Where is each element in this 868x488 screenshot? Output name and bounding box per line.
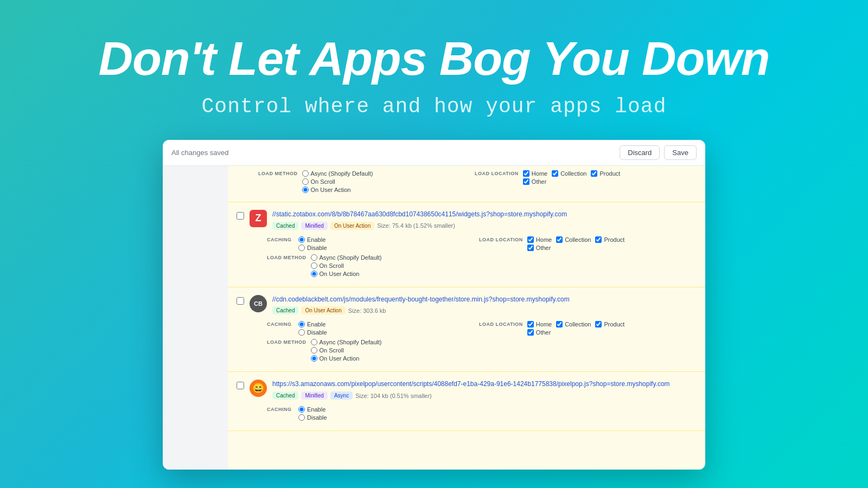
cbl-load-method: LOAD METHOD Async (Shopify Default) On S… xyxy=(267,339,476,362)
pixel-enable[interactable]: Enable xyxy=(298,406,327,413)
cbl-info: //cdn.codeblackbelt.com/js/modules/frequ… xyxy=(272,295,697,315)
cbl-size: Size: 303.6 kb xyxy=(348,307,386,314)
cbl-select-checkbox[interactable] xyxy=(237,297,244,305)
collection-checkbox[interactable]: Collection xyxy=(552,170,586,177)
zota-icon: Z xyxy=(250,210,267,227)
zota-collection[interactable]: Collection xyxy=(556,236,591,243)
cbl-load-location-label: LOAD LOCATION xyxy=(479,321,523,328)
cbl-enable[interactable]: Enable xyxy=(298,321,327,328)
pixel-select-checkbox[interactable] xyxy=(237,382,244,389)
cbl-lm-options: Async (Shopify Default) On Scroll On Use… xyxy=(311,339,382,362)
other-checkbox[interactable]: Other xyxy=(523,178,621,185)
script-top-cbl: CB //cdn.codeblackbelt.com/js/modules/fr… xyxy=(237,295,697,315)
cbl-other[interactable]: Other xyxy=(527,329,625,336)
zota-on-scroll[interactable]: On Scroll xyxy=(311,262,382,269)
zota-caching: CACHING Enable Disable xyxy=(267,236,476,251)
script-top-zota: Z //static.zotabox.com/8/b/8b78467aa630d… xyxy=(237,210,697,230)
load-location-label: LOAD LOCATION xyxy=(475,170,519,177)
zota-other[interactable]: Other xyxy=(527,245,625,251)
cbl-url: //cdn.codeblackbelt.com/js/modules/frequ… xyxy=(272,295,697,304)
zota-enable[interactable]: Enable xyxy=(298,236,327,243)
partial-load-method: LOAD METHOD Async (Shopify Default) On S… xyxy=(258,170,471,193)
cbl-on-user-action[interactable]: On User Action xyxy=(311,355,382,362)
zota-product[interactable]: Product xyxy=(595,236,624,243)
cbl-collection[interactable]: Collection xyxy=(556,321,591,328)
cbl-tags: Cached On User Action Size: 303.6 kb xyxy=(272,306,697,314)
pixel-caching: CACHING Enable Disable xyxy=(267,406,476,421)
cbl-load-location: LOAD LOCATION Home Collection xyxy=(479,321,688,336)
loc-row1: Home Collection Product xyxy=(523,170,621,177)
cbl-icon: CB xyxy=(250,295,267,312)
zota-url: //static.zotabox.com/8/b/8b78467aa630d8f… xyxy=(272,210,697,219)
load-method-label: LOAD METHOD xyxy=(258,170,298,177)
cbl-caching-label: CACHING xyxy=(267,321,294,328)
hero-section: Don't Let Apps Bog You Down Control wher… xyxy=(0,0,868,140)
zota-on-user-action[interactable]: On User Action xyxy=(311,271,382,277)
load-method-options: Async (Shopify Default) On Scroll On Use… xyxy=(302,170,373,193)
pixel-size: Size: 104 kb (0.51% smaller) xyxy=(355,393,432,399)
pixel-disable[interactable]: Disable xyxy=(298,414,327,421)
pixel-info: https://s3.amazonaws.com/pixelpop/userco… xyxy=(272,380,697,400)
cbl-user-action-tag: On User Action xyxy=(301,306,345,314)
panel-wrapper: All changes saved Discard Save LOAD METH… xyxy=(0,140,868,470)
cbl-disable[interactable]: Disable xyxy=(298,329,327,336)
cbl-async[interactable]: Async (Shopify Default) xyxy=(311,339,382,345)
pixel-caching-label: CACHING xyxy=(267,406,294,413)
hero-subtitle: Control where and how your apps load xyxy=(22,95,846,118)
header-buttons: Discard Save xyxy=(620,145,697,160)
partial-load-location: LOAD LOCATION Home Collection xyxy=(475,170,688,193)
hero-title: Don't Let Apps Bog You Down xyxy=(22,33,846,85)
location-checkboxes: Home Collection Product xyxy=(523,170,621,185)
zota-select-checkbox[interactable] xyxy=(237,212,244,220)
zota-cached-tag: Cached xyxy=(272,222,298,230)
zota-lm-options: Async (Shopify Default) On Scroll On Use… xyxy=(311,254,382,277)
pixel-settings: CACHING Enable Disable xyxy=(237,404,697,425)
pixel-async-tag: Async xyxy=(330,391,353,400)
zota-load-method: LOAD METHOD Async (Shopify Default) On S… xyxy=(267,254,476,277)
script-row-zota: Z //static.zotabox.com/8/b/8b78467aa630d… xyxy=(228,202,705,287)
panel-body: LOAD METHOD Async (Shopify Default) On S… xyxy=(163,166,705,470)
product-checkbox[interactable]: Product xyxy=(591,170,620,177)
script-row-cbl: CB //cdn.codeblackbelt.com/js/modules/fr… xyxy=(228,287,705,373)
script-row-pixel: 😄 https://s3.amazonaws.com/pixelpop/user… xyxy=(228,372,705,431)
cbl-product[interactable]: Product xyxy=(595,321,624,328)
cbl-load-method-label: LOAD METHOD xyxy=(267,339,307,346)
zota-loc-row1: Home Collection Product xyxy=(527,236,625,243)
cbl-on-scroll[interactable]: On Scroll xyxy=(311,347,382,354)
zota-tags: Cached Minified On User Action Size: 75.… xyxy=(272,222,697,230)
cbl-loc-row1: Home Collection Product xyxy=(527,321,625,328)
cbl-caching: CACHING Enable Disable xyxy=(267,321,476,336)
save-status: All changes saved xyxy=(171,149,229,157)
panel-header: All changes saved Discard Save xyxy=(163,140,705,166)
pixel-caching-options: Enable Disable xyxy=(298,406,327,421)
content-area: LOAD METHOD Async (Shopify Default) On S… xyxy=(228,166,705,470)
zota-size: Size: 75.4 kb (1.52% smaller) xyxy=(377,222,455,229)
cbl-location-checks: Home Collection Product xyxy=(527,321,625,336)
on-user-action-option[interactable]: On User Action xyxy=(302,187,373,193)
zota-load-location: LOAD LOCATION Home Collection xyxy=(479,236,688,251)
cbl-home[interactable]: Home xyxy=(527,321,552,328)
on-scroll-option[interactable]: On Scroll xyxy=(302,178,373,185)
pixel-tags: Cached Minified Async Size: 104 kb (0.51… xyxy=(272,391,697,400)
discard-button[interactable]: Discard xyxy=(620,145,660,160)
zota-load-location-label: LOAD LOCATION xyxy=(479,236,523,243)
cbl-settings: CACHING Enable Disable xyxy=(237,319,697,366)
zota-disable[interactable]: Disable xyxy=(298,245,327,251)
pixel-url: https://s3.amazonaws.com/pixelpop/userco… xyxy=(272,380,697,389)
save-button[interactable]: Save xyxy=(664,145,697,160)
zota-async[interactable]: Async (Shopify Default) xyxy=(311,254,382,261)
pixel-icon: 😄 xyxy=(250,380,267,397)
async-option[interactable]: Async (Shopify Default) xyxy=(302,170,373,177)
zota-location-checks: Home Collection Product xyxy=(527,236,625,251)
zota-caching-label: CACHING xyxy=(267,236,294,243)
zota-user-action-tag: On User Action xyxy=(330,222,374,230)
partial-row: LOAD METHOD Async (Shopify Default) On S… xyxy=(228,166,705,202)
zota-caching-options: Enable Disable xyxy=(298,236,327,251)
pixel-cached-tag: Cached xyxy=(272,391,298,400)
zota-info: //static.zotabox.com/8/b/8b78467aa630d8f… xyxy=(272,210,697,230)
zota-home[interactable]: Home xyxy=(527,236,552,243)
home-checkbox[interactable]: Home xyxy=(523,170,547,177)
zota-load-method-label: LOAD METHOD xyxy=(267,254,307,261)
main-panel: All changes saved Discard Save LOAD METH… xyxy=(163,140,705,470)
zota-settings: CACHING Enable Disable xyxy=(237,234,697,281)
